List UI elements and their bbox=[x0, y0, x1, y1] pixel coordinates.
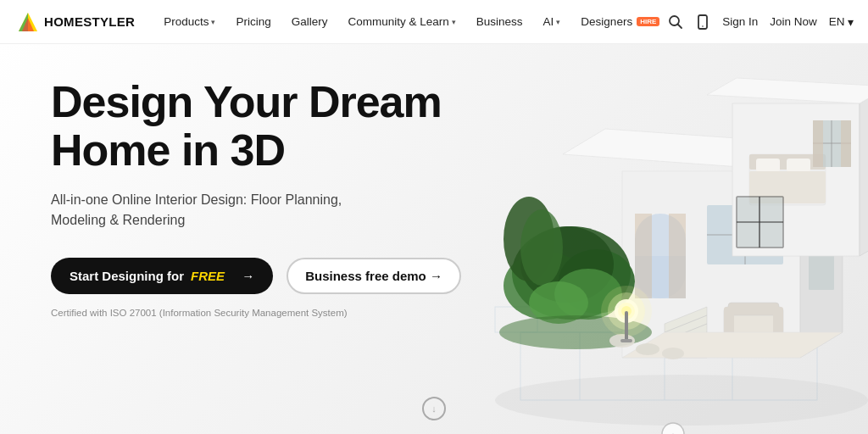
svg-rect-54 bbox=[625, 311, 628, 341]
nav-gallery[interactable]: Gallery bbox=[283, 10, 337, 33]
svg-point-47 bbox=[636, 343, 659, 355]
hero-content: Design Your Dream Home in 3D All-in-one … bbox=[51, 78, 461, 318]
logo[interactable]: HOMESTYLER bbox=[17, 11, 135, 33]
svg-rect-31 bbox=[728, 303, 779, 315]
svg-rect-68 bbox=[841, 120, 851, 167]
start-designing-button[interactable]: Start Designing for FREE → bbox=[51, 258, 273, 294]
hero-subtitle: All-in-one Online Interior Design: Floor… bbox=[51, 190, 390, 231]
certification-text: Certified with ISO 27001 (Information Se… bbox=[51, 308, 461, 318]
svg-rect-24 bbox=[635, 214, 652, 298]
logo-icon bbox=[17, 11, 39, 33]
svg-rect-61 bbox=[756, 159, 780, 172]
mobile-icon[interactable] bbox=[695, 14, 710, 30]
hero-title: Design Your Dream Home in 3D bbox=[51, 78, 461, 175]
hero-section: Design Your Dream Home in 3D All-in-one … bbox=[0, 44, 868, 434]
sign-in-button[interactable]: Sign In bbox=[722, 15, 758, 28]
chevron-down-icon: ▾ bbox=[452, 18, 456, 26]
search-icon[interactable] bbox=[668, 14, 683, 30]
hire-badge: HIRE bbox=[637, 17, 659, 26]
business-demo-button[interactable]: Business free demo → bbox=[287, 258, 461, 294]
svg-point-42 bbox=[520, 209, 563, 286]
hero-illustration: ↓ bbox=[410, 44, 868, 434]
svg-rect-67 bbox=[813, 120, 823, 167]
nav-business[interactable]: Business bbox=[468, 10, 531, 33]
hero-buttons: Start Designing for FREE → Business free… bbox=[51, 258, 461, 294]
svg-point-6 bbox=[702, 25, 704, 27]
chevron-down-icon: ▾ bbox=[848, 15, 854, 29]
chevron-down-icon: ▾ bbox=[211, 18, 215, 26]
chevron-down-icon: ▾ bbox=[556, 18, 560, 26]
scroll-hint[interactable]: ↓ bbox=[422, 397, 446, 420]
svg-rect-62 bbox=[787, 159, 810, 172]
nav-products[interactable]: Products ▾ bbox=[155, 10, 224, 33]
nav-pricing[interactable]: Pricing bbox=[227, 10, 279, 33]
logo-text: HOMESTYLER bbox=[44, 14, 135, 29]
svg-rect-25 bbox=[669, 214, 686, 298]
svg-rect-55 bbox=[620, 339, 632, 342]
nav-right: Sign In Join Now EN ▾ bbox=[668, 14, 853, 30]
nav-community[interactable]: Community & Learn ▾ bbox=[340, 10, 465, 33]
svg-marker-58 bbox=[707, 78, 868, 103]
house-svg: ↓ bbox=[410, 44, 868, 434]
svg-point-48 bbox=[662, 348, 684, 359]
svg-marker-57 bbox=[860, 86, 868, 256]
nav-designers[interactable]: Designers HIRE bbox=[572, 10, 668, 33]
svg-text:↓: ↓ bbox=[671, 431, 676, 434]
navbar: HOMESTYLER Products ▾ Pricing Gallery Co… bbox=[0, 0, 868, 44]
join-now-button[interactable]: Join Now bbox=[770, 15, 817, 28]
nav-ai[interactable]: AI ▾ bbox=[535, 10, 570, 33]
language-selector[interactable]: EN ▾ bbox=[829, 15, 854, 29]
nav-links: Products ▾ Pricing Gallery Community & L… bbox=[155, 10, 668, 33]
svg-line-4 bbox=[678, 24, 682, 28]
